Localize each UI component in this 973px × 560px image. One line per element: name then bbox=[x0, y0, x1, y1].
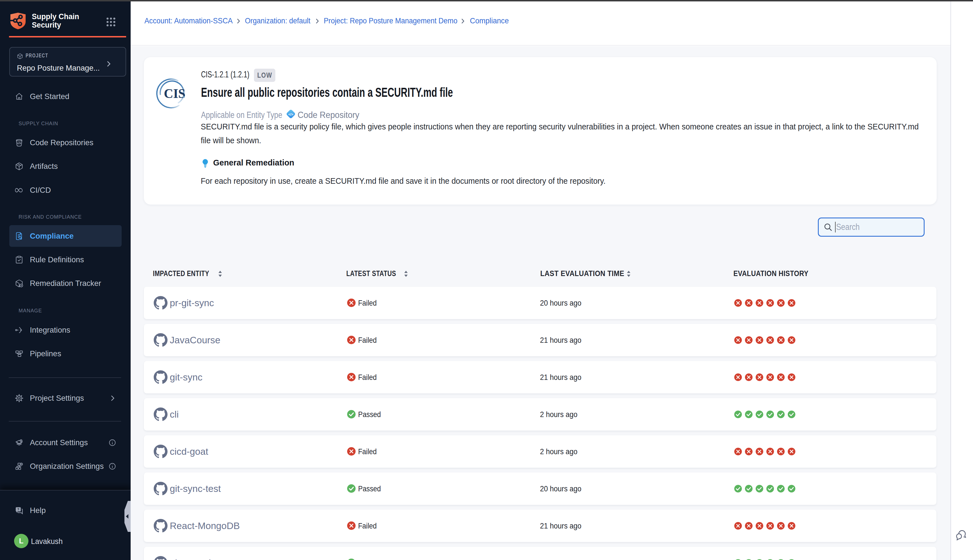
svg-text:?: ? bbox=[17, 508, 19, 511]
svg-text:</>: </> bbox=[288, 113, 293, 117]
svg-text:CIS: CIS bbox=[164, 87, 185, 101]
